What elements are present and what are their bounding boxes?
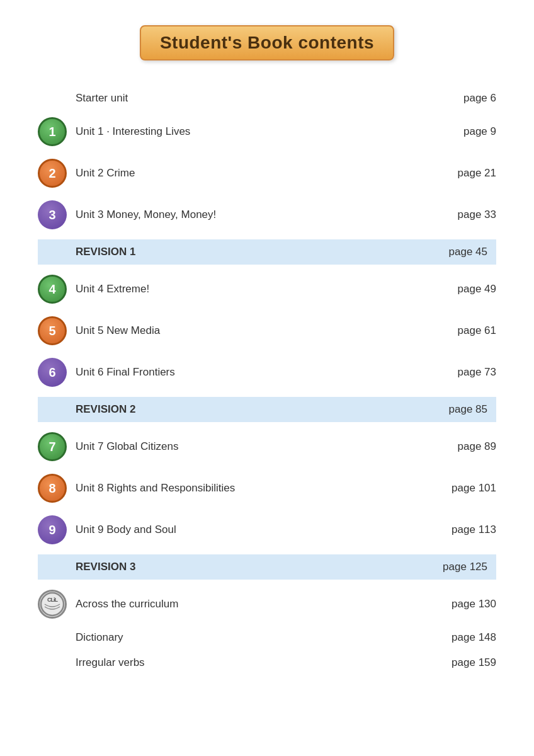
entry-label: Unit 5 New Media [76,324,160,337]
unit-row: 7Unit 7 Global Citizenspage 89 [38,426,496,467]
unit-circle: 3 [38,200,67,229]
clil-icon: CLiL [38,590,67,619]
entry-page: page 9 [463,125,496,138]
unit-circle: 5 [38,316,67,345]
entry-page: page 113 [452,524,496,536]
entry-page: page 21 [458,167,496,180]
entry-page: page 101 [452,482,496,495]
entry-label: Unit 6 Final Frontiers [76,366,175,379]
entry-page: page 89 [458,440,496,453]
unit-circle: 9 [38,515,67,544]
unit-left: 5Unit 5 New Media [38,316,160,345]
clil-row: CLiLAcross the curriculumpage 130 [38,583,496,625]
entry-label: Unit 9 Body and Soul [76,524,176,536]
revision-row: REVISION 3page 125 [38,554,496,580]
svg-text:CLiL: CLiL [47,597,58,603]
revision-label: REVISION 1 [76,246,135,258]
revision-page: page 85 [449,403,487,416]
entry-page: page 33 [458,209,496,221]
unit-left: 1Unit 1 · Interesting Lives [38,117,190,146]
title-banner: Student's Book contents [140,25,394,60]
entry-label: Starter unit [76,92,128,105]
unit-left: 4Unit 4 Extreme! [38,275,149,304]
unit-circle: 1 [38,117,67,146]
entry-page: page 49 [458,283,496,295]
revision-page: page 125 [443,561,487,573]
unit-circle: 2 [38,159,67,188]
revision-row: REVISION 1page 45 [38,239,496,265]
unit-row: 5Unit 5 New Mediapage 61 [38,310,496,352]
entry-label: Unit 7 Global Citizens [76,440,178,453]
unit-left: 2Unit 2 Crime [38,159,135,188]
unit-left: 7Unit 7 Global Citizens [38,432,178,461]
revision-page: page 45 [449,246,487,258]
unit-circle: 7 [38,432,67,461]
unit-left: 3Unit 3 Money, Money, Money! [38,200,216,229]
entry-page: page 61 [458,324,496,337]
entry-page: page 159 [452,656,496,669]
entry-label: Unit 2 Crime [76,167,135,180]
unit-row: 3Unit 3 Money, Money, Money!page 33 [38,194,496,236]
unit-left: 9Unit 9 Body and Soul [38,515,176,544]
entry-label: Unit 8 Rights and Responsibilities [76,482,235,495]
entry-page: page 6 [463,92,496,105]
page-title: Student's Book contents [160,33,374,52]
revision-row: REVISION 2page 85 [38,397,496,422]
entry-label: Dictionary [76,631,123,644]
title-container: Student's Book contents [38,25,496,60]
unit-left: 6Unit 6 Final Frontiers [38,358,175,387]
entry-label: Across the curriculum [76,598,178,610]
unit-circle: 4 [38,275,67,304]
plain-row: Dictionarypage 148 [38,625,496,650]
entry-page: page 130 [452,598,496,610]
unit-row: 4Unit 4 Extreme!page 49 [38,268,496,310]
entry-label: Unit 3 Money, Money, Money! [76,209,216,221]
plain-row: Irregular verbspage 159 [38,650,496,675]
unit-row: 2Unit 2 Crimepage 21 [38,152,496,194]
unit-row: 1Unit 1 · Interesting Livespage 9 [38,111,496,152]
entry-label: Unit 4 Extreme! [76,283,149,295]
unit-row: 6Unit 6 Final Frontierspage 73 [38,352,496,393]
plain-row: Starter unitpage 6 [38,86,496,111]
revision-label: REVISION 3 [76,561,135,573]
clil-left: CLiLAcross the curriculum [38,590,178,619]
revision-label: REVISION 2 [76,403,135,416]
content-area: Starter unitpage 61Unit 1 · Interesting … [38,86,496,675]
unit-row: 9Unit 9 Body and Soulpage 113 [38,509,496,551]
entry-label: Unit 1 · Interesting Lives [76,125,190,138]
entry-label: Irregular verbs [76,656,145,669]
unit-left: 8Unit 8 Rights and Responsibilities [38,474,235,503]
entry-page: page 73 [458,366,496,379]
unit-circle: 6 [38,358,67,387]
entry-page: page 148 [452,631,496,644]
unit-row: 8Unit 8 Rights and Responsibilitiespage … [38,467,496,509]
unit-circle: 8 [38,474,67,503]
